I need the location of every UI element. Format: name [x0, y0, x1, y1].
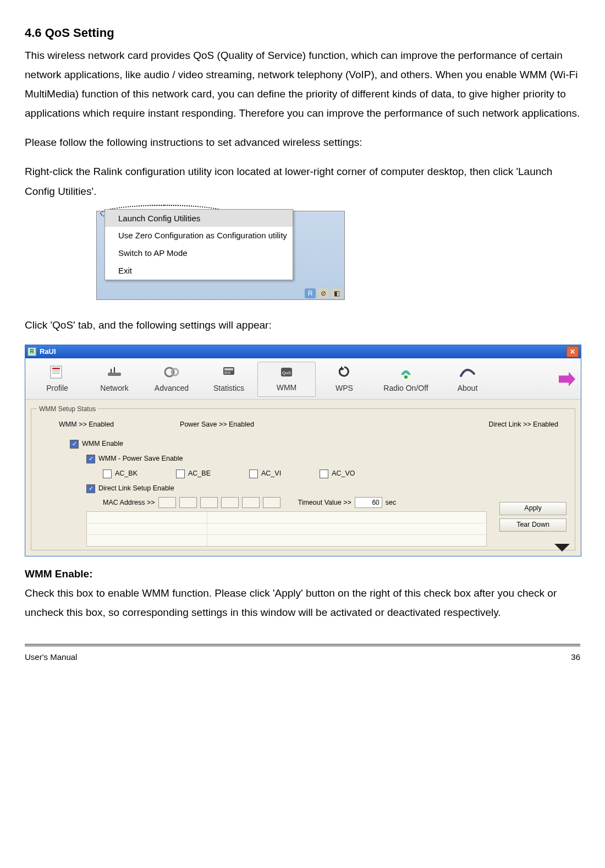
instructions-lead: Please follow the following instructions… — [25, 133, 580, 152]
checkbox-direct-link[interactable] — [86, 484, 95, 493]
tab-label: Profile — [46, 384, 68, 392]
wmm-panel: WMM Setup Status WMM >> Enabled Power Sa… — [25, 400, 581, 556]
menu-item-apmode[interactable]: Switch to AP Mode — [105, 244, 293, 262]
tab-wmm[interactable]: QoS WMM — [257, 362, 316, 397]
profile-icon — [47, 364, 67, 380]
tab-label: WPS — [336, 384, 353, 392]
menu-item-exit[interactable]: Exit — [105, 262, 293, 280]
svg-rect-4 — [108, 373, 121, 376]
svg-rect-2 — [52, 370, 60, 372]
mac-field-6[interactable] — [263, 497, 280, 508]
label-mac-address: MAC Address >> — [103, 496, 155, 509]
svg-point-8 — [172, 369, 178, 375]
tab-label: Radio On/Off — [383, 384, 428, 392]
checkbox-ac-bk[interactable] — [103, 470, 112, 478]
tab-advanced[interactable]: Advanced — [143, 363, 200, 397]
tray-icon[interactable]: ◧ — [331, 288, 342, 298]
label-ac-vo: AC_VO — [332, 467, 355, 480]
status-directlink: Direct Link >> Enabled — [489, 418, 558, 431]
svg-rect-10 — [224, 368, 233, 370]
checkbox-ac-be[interactable] — [176, 470, 185, 478]
checkbox-ac-vo[interactable] — [320, 470, 328, 478]
svg-marker-15 — [341, 366, 344, 370]
svg-rect-3 — [52, 373, 60, 374]
about-icon — [458, 364, 477, 380]
label-timeout: Timeout Value >> — [298, 496, 351, 509]
list-row[interactable] — [87, 512, 486, 523]
checkbox-ac-vi[interactable] — [249, 470, 258, 478]
mac-field-1[interactable] — [158, 497, 176, 508]
svg-rect-11 — [224, 372, 227, 374]
tab-about[interactable]: About — [439, 363, 496, 397]
label-wmm-enable: WMM Enable — [82, 438, 123, 450]
context-menu-figure: Launch Config Utilities Use Zero Configu… — [25, 211, 580, 300]
raui-window: R RaUI ✕ Profile Network Advanced Statis… — [25, 345, 581, 556]
tab-label: Advanced — [155, 384, 189, 392]
status-wmm: WMM >> Enabled — [59, 418, 114, 431]
next-arrow-icon[interactable] — [559, 372, 575, 386]
tab-label: Statistics — [213, 384, 244, 392]
checkbox-power-save[interactable] — [86, 455, 95, 463]
list-row[interactable] — [87, 535, 486, 546]
timeout-field[interactable]: 60 — [355, 497, 382, 508]
label-power-save: WMM - Power Save Enable — [98, 452, 183, 465]
svg-rect-1 — [52, 368, 60, 369]
wmm-icon: QoS — [277, 363, 296, 380]
network-icon — [105, 364, 124, 380]
toolbar: Profile Network Advanced Statistics QoS … — [25, 358, 581, 400]
titlebar: R RaUI ✕ — [25, 345, 581, 358]
teardown-button[interactable]: Tear Down — [499, 518, 566, 532]
section-heading: 4.6 QoS Setting — [25, 22, 580, 45]
menu-item-launch[interactable]: Launch Config Utilities — [105, 210, 293, 227]
window-title: RaUI — [40, 345, 56, 358]
tab-label: WMM — [277, 383, 297, 392]
radio-icon — [396, 364, 416, 380]
tab-network[interactable]: Network — [86, 363, 143, 397]
menu-item-zeroconfig[interactable]: Use Zero Configuration as Configuration … — [105, 227, 293, 244]
checkbox-wmm-enable[interactable] — [70, 440, 79, 449]
label-direct-link: Direct Link Setup Enable — [98, 482, 174, 495]
mac-field-3[interactable] — [200, 497, 218, 508]
footer-title: User's Manual — [25, 649, 77, 665]
advanced-icon — [162, 364, 182, 380]
label-ac-be: AC_BE — [188, 467, 211, 480]
svg-point-16 — [404, 375, 408, 379]
svg-rect-12 — [228, 372, 230, 374]
app-icon: R — [28, 347, 36, 356]
wmm-enable-paragraph: Check this box to enable WMM function. P… — [25, 583, 580, 622]
status-power: Power Save >> Enabled — [180, 418, 254, 431]
tab-profile[interactable]: Profile — [29, 363, 86, 397]
wmm-status-group: WMM Setup Status WMM >> Enabled Power Sa… — [31, 403, 575, 550]
step-click-tab: Click 'QoS' tab, and the following setti… — [25, 315, 580, 335]
collapse-arrow-icon[interactable] — [554, 544, 570, 552]
mac-field-5[interactable] — [242, 497, 260, 508]
tray-icon[interactable]: R — [305, 288, 316, 298]
page-footer: User's Manual 36 — [25, 644, 580, 665]
list-row[interactable] — [87, 523, 486, 535]
svg-text:QoS: QoS — [282, 370, 291, 375]
tray-icon[interactable]: ⊘ — [318, 288, 329, 298]
statistics-icon — [219, 364, 239, 380]
tab-wps[interactable]: WPS — [316, 363, 373, 397]
apply-button[interactable]: Apply — [499, 502, 566, 515]
close-button[interactable]: ✕ — [566, 346, 579, 357]
label-timeout-unit: sec — [386, 496, 396, 509]
intro-paragraph: This wireless network card provides QoS … — [25, 46, 580, 123]
label-ac-vi: AC_VI — [261, 467, 281, 480]
context-menu: Launch Config Utilities Use Zero Configu… — [105, 209, 293, 280]
step-rightclick: Right-click the Ralink configuration uti… — [25, 162, 580, 200]
page-number: 36 — [571, 649, 580, 665]
mac-field-2[interactable] — [179, 497, 197, 508]
wps-icon — [334, 364, 354, 380]
tab-label: Network — [100, 384, 128, 392]
system-tray: R ⊘ ◧ — [305, 288, 342, 298]
links-list — [86, 511, 487, 547]
group-legend: WMM Setup Status — [37, 403, 98, 415]
wmm-enable-heading: WMM Enable: — [25, 564, 580, 583]
tab-radio[interactable]: Radio On/Off — [373, 363, 439, 397]
label-ac-bk: AC_BK — [115, 467, 138, 480]
mac-field-4[interactable] — [221, 497, 239, 508]
tab-statistics[interactable]: Statistics — [200, 363, 257, 397]
tab-label: About — [458, 384, 478, 392]
